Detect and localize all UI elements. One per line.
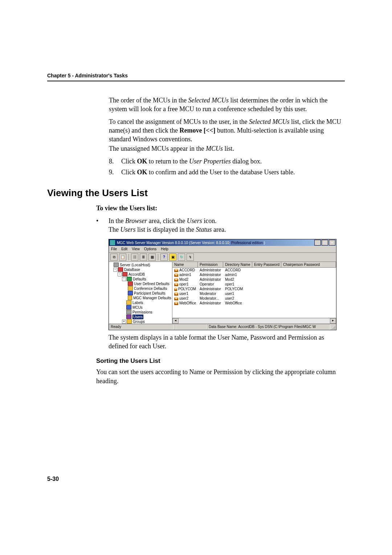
table-row[interactable]: oper1Operatoroper1 <box>172 282 336 287</box>
toolbar-tool-icon[interactable]: ↯ <box>187 254 194 261</box>
cell-entry-password <box>252 287 281 291</box>
user-icon <box>174 297 178 300</box>
menu-edit[interactable]: Edit <box>121 247 127 252</box>
column-header-directory-name[interactable]: Directory Name <box>223 262 252 268</box>
cell-permission: Administrator <box>198 301 223 305</box>
cell-name: POLYCOM <box>172 287 198 291</box>
paragraph-unassigned: The unassigned MCUs appear in the MCUs l… <box>109 144 345 153</box>
cell-directory-name: ACCORD <box>223 268 252 272</box>
paragraph-table-display: The system displays in a table format th… <box>109 333 345 351</box>
step-number: 9. <box>109 168 121 177</box>
menubar: File Edit View Options Help <box>109 246 336 253</box>
toolbar-copy-icon[interactable]: ⧉ <box>110 254 118 261</box>
tree-node-accorddb[interactable]: -AccordDB <box>110 272 171 277</box>
tree-node-server[interactable]: Server (LocalHost) <box>110 263 171 267</box>
table-row[interactable]: user2Moderator...user2 <box>172 296 336 301</box>
user-icon <box>174 301 178 305</box>
tree-node-permissions[interactable]: Permissions <box>110 310 171 315</box>
toolbar-note-icon[interactable]: ▣ <box>169 254 176 261</box>
header-rule <box>47 81 345 81</box>
minimize-button[interactable]: _ <box>314 240 321 246</box>
status-ready: Ready <box>109 324 174 330</box>
scroll-left-arrow-icon[interactable]: ◄ <box>172 318 179 324</box>
list-header: Name Permission Directory Name Entry Pas… <box>172 262 336 268</box>
maximize-button[interactable]: □ <box>322 240 328 246</box>
cell-directory-name: user1 <box>223 291 252 296</box>
table-row[interactable]: Mod2AdministratorMod2 <box>172 277 336 282</box>
cell-name: user1 <box>172 291 198 296</box>
menu-view[interactable]: View <box>132 247 140 252</box>
tree-node-groups[interactable]: +Groups <box>110 319 171 324</box>
step-9: 9. Click OK to confirm and add the User … <box>109 168 345 177</box>
horizontal-scrollbar[interactable]: ◄ ► <box>172 318 336 324</box>
column-header-name[interactable]: Name <box>172 262 198 268</box>
toolbar-details-icon[interactable]: ▦ <box>148 254 156 261</box>
scroll-track[interactable] <box>179 319 330 323</box>
toolbar: ⧉ 📋 ☷ ≣ ▦ ? ▣ ↻ ↯ <box>109 253 336 262</box>
table-row[interactable]: WebOfficeAdministratorWebOffice <box>172 301 336 305</box>
subheading-sorting: Sorting the Users List <box>96 357 345 365</box>
tree-node-conference-defaults[interactable]: Conference Defaults <box>110 286 171 291</box>
title-edition: Professional edition <box>231 241 263 245</box>
cell-chairperson-password <box>281 282 336 287</box>
table-row[interactable]: user1Moderatoruser1 <box>172 291 336 296</box>
bullet-view-users: • In the Browser area, click the Users i… <box>96 216 345 234</box>
tree-view[interactable]: Server (LocalHost) -DataBase -AccordDB -… <box>109 262 172 324</box>
cell-name: oper1 <box>172 282 198 287</box>
status-bar: Ready Data Base Name: AccordDB - Sys DSN… <box>109 324 336 330</box>
cell-entry-password <box>252 268 281 272</box>
cell-name: WebOffice <box>172 301 198 305</box>
text: area, click the <box>147 217 187 224</box>
user-icon <box>174 278 178 281</box>
menu-options[interactable]: Options <box>144 247 156 252</box>
toolbar-separator <box>128 254 129 260</box>
tree-node-defaults[interactable]: -Defaults <box>110 277 171 281</box>
toolbar-separator <box>158 254 158 260</box>
cell-permission: Moderator <box>198 291 223 296</box>
paragraph-cancel-assignment: To cancel the assignment of MCUs to the … <box>109 117 345 144</box>
cell-chairperson-password <box>281 301 336 305</box>
user-icon <box>174 292 178 296</box>
tree-node-mgc-manager-defaults[interactable]: MGC Manager Defaults <box>110 296 171 300</box>
toolbar-tree-icon[interactable]: ☷ <box>131 254 138 261</box>
column-header-chairperson-password[interactable]: Chairperson Password <box>281 262 336 268</box>
close-button[interactable]: × <box>329 240 335 246</box>
text-italic: User Properties <box>189 158 231 165</box>
cell-permission: Administrator <box>198 277 223 282</box>
column-header-permission[interactable]: Permission <box>198 262 223 268</box>
text: Click <box>121 169 137 176</box>
cell-name: ACCORD <box>172 268 198 272</box>
text: to confirm and add the User to the datab… <box>147 169 295 176</box>
tree-node-database[interactable]: -DataBase <box>110 267 171 272</box>
table-row[interactable]: ACCORDAdministratorACCORD <box>172 268 336 272</box>
bullet-dot: • <box>96 216 109 234</box>
tree-node-labels[interactable]: Labels <box>110 300 171 305</box>
tree-node-user-defined-defaults[interactable]: User Defined Defaults <box>110 281 171 286</box>
scroll-right-arrow-icon[interactable]: ► <box>330 318 336 324</box>
cell-entry-password <box>252 296 281 301</box>
resize-grip-icon[interactable] <box>330 324 336 330</box>
menu-help[interactable]: Help <box>161 247 168 252</box>
procedure-title: To view the Users list: <box>96 204 345 212</box>
menu-file[interactable]: File <box>111 247 117 252</box>
toolbar-list-icon[interactable]: ≣ <box>140 254 147 261</box>
text-italic: MCUs <box>206 145 223 152</box>
text-italic: Browser <box>125 217 147 224</box>
text-italic: Selected MCUs <box>249 118 289 125</box>
toolbar-paste-icon[interactable]: 📋 <box>119 254 126 261</box>
page-number: 5-30 <box>47 476 59 482</box>
toolbar-refresh-icon[interactable]: ↻ <box>178 254 185 261</box>
cell-permission: Operator <box>198 282 223 287</box>
tree-node-mcus[interactable]: MCUs <box>110 305 171 310</box>
tree-node-participant-defaults[interactable]: Participant Defaults <box>110 291 171 296</box>
table-row[interactable]: admin1Administratoradmin1 <box>172 272 336 277</box>
cell-permission: Administrator <box>198 268 223 272</box>
window-titlebar[interactable]: MGC Web Server Manager Version 8.0.0.10 … <box>109 239 336 246</box>
toolbar-help-icon[interactable]: ? <box>160 254 168 261</box>
table-row[interactable]: POLYCOMAdministratorPOLYCOM <box>172 287 336 291</box>
column-header-entry-password[interactable]: Entry Password <box>252 262 281 268</box>
tree-node-users[interactable]: Users <box>110 315 171 319</box>
text-italic: Users <box>187 217 202 224</box>
cell-directory-name: POLYCOM <box>223 287 252 291</box>
title-end: ) <box>263 241 265 245</box>
